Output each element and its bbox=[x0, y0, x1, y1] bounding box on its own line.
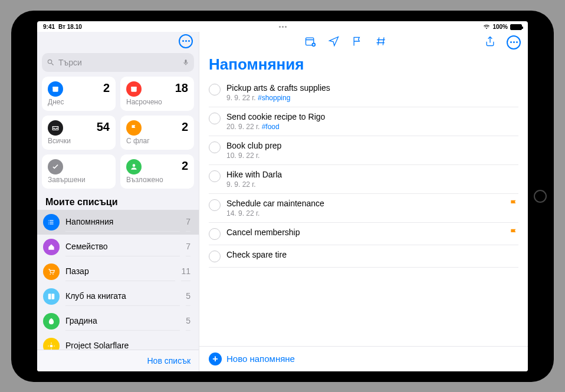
list-count: 11 bbox=[181, 266, 190, 276]
reminder-subtitle: 14. 9. 22 г. bbox=[226, 209, 503, 218]
smart-card-Днес[interactable]: 2 Днес bbox=[42, 77, 116, 111]
reminder-row[interactable]: Check spare tire bbox=[209, 245, 518, 268]
list-count: 7 bbox=[186, 217, 190, 226]
reminder-checkbox[interactable] bbox=[209, 170, 221, 182]
new-reminder-label[interactable]: Ново напомняне bbox=[226, 354, 295, 364]
smart-label: Завършени bbox=[48, 176, 110, 184]
reminder-title: Check spare tire bbox=[226, 250, 518, 259]
smart-count: 2 bbox=[103, 81, 110, 95]
reminder-checkbox[interactable] bbox=[209, 113, 221, 124]
list-name: Project Solarflare bbox=[65, 341, 185, 350]
list-count: 7 bbox=[186, 242, 190, 251]
smart-count: 2 bbox=[182, 159, 188, 173]
smart-count: 18 bbox=[175, 81, 188, 95]
svg-point-12 bbox=[52, 274, 54, 275]
status-bar: 9:41 Вт 18.10 100% bbox=[37, 21, 528, 32]
flag-icon[interactable] bbox=[352, 35, 363, 50]
home-button[interactable] bbox=[534, 190, 547, 203]
status-time: 9:41 bbox=[43, 24, 55, 30]
svg-line-23 bbox=[378, 37, 379, 45]
book-icon bbox=[43, 288, 60, 305]
smart-card-С флаг[interactable]: 2 С флаг bbox=[120, 116, 194, 150]
smart-label: Насрочено bbox=[126, 98, 188, 106]
sun-icon bbox=[43, 338, 60, 350]
smart-label: С флаг bbox=[126, 137, 188, 145]
flag-icon bbox=[509, 199, 518, 208]
list-row[interactable]: Клуб на книгата 5 bbox=[37, 284, 199, 309]
mic-icon[interactable] bbox=[182, 58, 189, 67]
ellipsis-icon bbox=[510, 41, 518, 43]
flag-icon bbox=[126, 120, 142, 136]
smart-label: Възложено bbox=[126, 176, 188, 184]
smart-card-Насрочено[interactable]: 18 Насрочено bbox=[120, 77, 194, 111]
list-name: Семейство bbox=[65, 242, 180, 256]
detail-more-button[interactable] bbox=[507, 35, 521, 50]
reminder-row[interactable]: Schedule car maintenance 14. 9. 22 г. bbox=[209, 194, 518, 223]
reminder-title: Book club prep bbox=[226, 141, 518, 150]
smart-card-Завършени[interactable]: Завършени bbox=[42, 154, 116, 189]
cart-icon bbox=[43, 263, 60, 280]
reminder-subtitle: 9. 9. 22 г. bbox=[226, 180, 518, 189]
tag-icon[interactable] bbox=[375, 35, 387, 50]
reminder-title: Pickup arts & crafts supplies bbox=[226, 83, 518, 93]
lists-header: Моите списъци bbox=[37, 191, 199, 210]
search-placeholder: Търси bbox=[58, 58, 179, 67]
reminder-checkbox[interactable] bbox=[209, 141, 221, 153]
reminder-checkbox[interactable] bbox=[209, 251, 221, 262]
svg-point-9 bbox=[48, 222, 49, 222]
calendar-add-icon[interactable] bbox=[304, 35, 316, 50]
reminder-row[interactable]: Hike with Darla 9. 9. 22 г. bbox=[209, 165, 518, 194]
svg-rect-3 bbox=[131, 86, 136, 88]
battery-icon bbox=[510, 24, 522, 30]
list-row[interactable]: Градина 5 bbox=[37, 309, 199, 334]
list-row[interactable]: Напомняния 7 bbox=[37, 210, 199, 235]
reminder-title: Send cookie recipe to Rigo bbox=[226, 112, 518, 121]
reminder-row[interactable]: Cancel membership bbox=[209, 223, 518, 245]
smart-card-Всички[interactable]: 54 Всички bbox=[42, 116, 116, 150]
smart-card-Възложено[interactable]: 2 Възложено bbox=[120, 154, 194, 189]
calendar-icon bbox=[126, 81, 142, 97]
ellipsis-icon bbox=[182, 40, 190, 42]
person-icon bbox=[126, 159, 142, 174]
list-name: Напомняния bbox=[65, 217, 180, 232]
check-icon bbox=[48, 159, 63, 174]
sidebar: Търси 2 Днес 18 Насрочено 54 Всички 2 С … bbox=[37, 32, 199, 371]
list-name: Градина bbox=[65, 316, 180, 331]
search-input[interactable]: Търси bbox=[42, 53, 194, 72]
smart-label: Днес bbox=[48, 98, 110, 106]
smart-count: 54 bbox=[97, 120, 110, 134]
reminder-title: Cancel membership bbox=[226, 228, 503, 237]
house-icon bbox=[43, 239, 60, 255]
smart-label: Всички bbox=[48, 137, 110, 145]
svg-point-11 bbox=[50, 274, 51, 275]
tray-icon bbox=[48, 120, 63, 136]
reminder-row[interactable]: Pickup arts & crafts supplies 9. 9. 22 г… bbox=[209, 78, 518, 107]
new-list-button[interactable]: Нов списък bbox=[147, 356, 191, 365]
reminder-checkbox[interactable] bbox=[209, 228, 221, 240]
new-reminder-button[interactable]: + bbox=[209, 353, 222, 365]
list-row[interactable]: Project Solarflare bbox=[37, 334, 199, 350]
reminder-row[interactable]: Send cookie recipe to Rigo 20. 9. 22 г. … bbox=[209, 107, 518, 136]
reminder-subtitle: 9. 9. 22 г. #shopping bbox=[226, 94, 518, 102]
multitask-dots[interactable] bbox=[279, 26, 287, 28]
reminder-subtitle: 20. 9. 22 г. #food bbox=[226, 123, 518, 131]
reminder-checkbox[interactable] bbox=[209, 199, 221, 211]
svg-rect-1 bbox=[52, 86, 58, 88]
detail-pane: Напомняния Pickup arts & crafts supplies… bbox=[199, 32, 528, 371]
list-row[interactable]: Пазар 11 bbox=[37, 259, 199, 284]
svg-point-4 bbox=[133, 164, 136, 167]
svg-point-8 bbox=[48, 220, 49, 220]
location-icon[interactable] bbox=[328, 35, 340, 50]
reminder-subtitle: 10. 9. 22 г. bbox=[226, 151, 518, 160]
list-icon bbox=[43, 214, 60, 230]
smart-count: 2 bbox=[182, 120, 188, 134]
reminder-title: Hike with Darla bbox=[226, 170, 518, 179]
list-count: 5 bbox=[186, 291, 190, 301]
reminder-row[interactable]: Book club prep 10. 9. 22 г. bbox=[209, 136, 518, 165]
reminder-checkbox[interactable] bbox=[209, 84, 221, 95]
sidebar-more-button[interactable] bbox=[179, 34, 193, 48]
calendar-icon bbox=[48, 81, 63, 97]
list-row[interactable]: Семейство 7 bbox=[37, 235, 199, 259]
battery-percent: 100% bbox=[492, 24, 508, 30]
share-icon[interactable] bbox=[484, 35, 496, 50]
